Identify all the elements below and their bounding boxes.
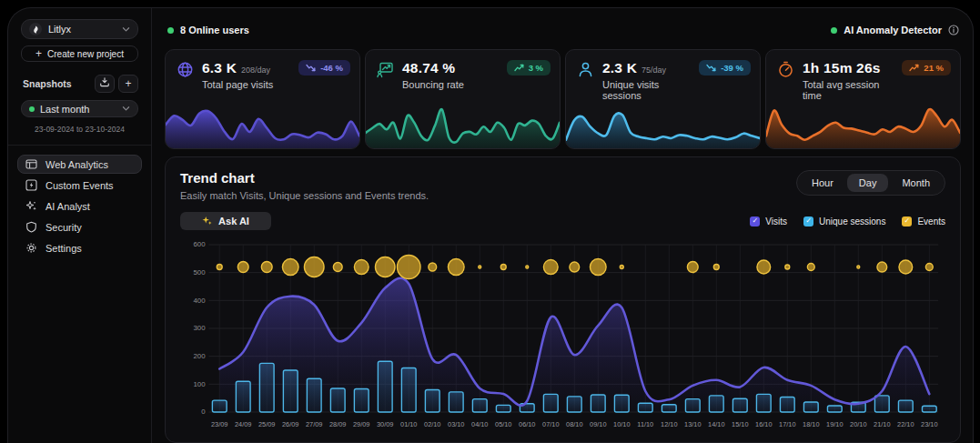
unique-sessions-bar: [212, 400, 227, 412]
stat-change-badge: -46 %: [298, 60, 350, 76]
stat-cards-row: 6.3 K208/dayTotal page visits-46 %48.74 …: [165, 49, 961, 149]
events-bubble: [713, 265, 719, 270]
app-window: Litlyx + Create new project Snapshots: [7, 7, 974, 443]
main-content: 8 Online users AI Anomaly Detector 6.3 K…: [152, 8, 973, 443]
x-axis-tick: 26/09: [282, 420, 298, 428]
sidebar-item-custom-events[interactable]: Custom Events: [17, 176, 142, 195]
unique-sessions-bar: [496, 405, 510, 412]
events-bubble: [857, 266, 860, 268]
checkbox-events[interactable]: ✓: [902, 216, 912, 227]
ai-analyst-icon: [25, 200, 37, 212]
unique-sessions-bar: [567, 397, 581, 412]
stat-sparkline: [566, 99, 760, 148]
unique-sessions-bar: [614, 395, 629, 412]
chart-legend: ✓Visits✓Unique sessions✓Events: [750, 216, 945, 227]
snapshot-selected-value: Last month: [40, 104, 116, 115]
page: Litlyx + Create new project Snapshots: [0, 0, 980, 443]
stat-sparkline: [366, 99, 560, 148]
stat-card-bouncing-rate: 48.74 %Bouncing rate3 %: [365, 49, 561, 149]
unique-sessions-bar: [732, 398, 747, 412]
legend-item-unique-sessions: ✓Unique sessions: [803, 216, 885, 227]
snapshots-label: Snapshots: [23, 78, 72, 89]
x-axis-tick: 11/10: [637, 420, 653, 428]
project-selector[interactable]: Litlyx: [21, 19, 138, 39]
checkbox-visits[interactable]: ✓: [750, 216, 760, 227]
ask-ai-button[interactable]: Ask AI: [180, 212, 271, 230]
anomaly-detector: AI Anomaly Detector: [831, 25, 959, 35]
events-bubble: [217, 265, 222, 270]
x-axis-tick: 29/09: [353, 420, 369, 428]
events-bubble: [590, 259, 606, 276]
stat-value: 48.74 %: [402, 60, 455, 76]
legend-item-events: ✓Events: [902, 216, 945, 227]
timer-icon: [777, 61, 794, 78]
create-project-label: Create new project: [47, 49, 124, 59]
tab-day[interactable]: Day: [847, 174, 889, 192]
unique-sessions-bar: [236, 381, 250, 412]
y-axis-tick: 600: [193, 240, 206, 248]
stat-card-total-page-visits: 6.3 K208/dayTotal page visits-46 %: [165, 49, 360, 149]
unique-sessions-bar: [330, 388, 345, 412]
x-axis-tick: 24/09: [235, 420, 251, 428]
info-icon[interactable]: [948, 25, 959, 35]
sidebar-item-web-analytics[interactable]: Web Analytics: [17, 155, 142, 174]
tab-hour[interactable]: Hour: [800, 174, 845, 192]
x-axis-tick: 22/10: [897, 420, 914, 428]
events-bubble: [757, 260, 771, 274]
create-project-button[interactable]: + Create new project: [21, 45, 138, 62]
sidebar-divider: [8, 145, 151, 146]
x-axis-tick: 13/10: [684, 420, 701, 428]
ask-ai-label: Ask AI: [218, 216, 249, 227]
x-axis-tick: 15/10: [732, 420, 748, 428]
snapshot-range-selector[interactable]: Last month: [21, 100, 138, 117]
stat-value: 2.3 K: [602, 60, 637, 76]
tab-month[interactable]: Month: [890, 174, 942, 192]
stat-label: Bouncing rate: [402, 79, 499, 90]
unique-sessions-bar: [472, 399, 487, 412]
events-bubble: [877, 262, 887, 272]
legend-label: Visits: [765, 216, 787, 227]
x-axis-tick: 21/10: [874, 420, 890, 428]
x-axis-tick: 12/10: [661, 420, 677, 428]
x-axis-tick: 18/10: [803, 420, 819, 428]
x-axis-tick: 06/10: [519, 420, 535, 428]
x-axis-tick: 23/09: [211, 420, 227, 428]
checkbox-unique-sessions[interactable]: ✓: [803, 216, 813, 227]
sidebar-item-security[interactable]: Security: [17, 217, 142, 237]
online-users-text: 8 Online users: [180, 25, 249, 35]
events-bubble: [282, 259, 298, 276]
export-snapshot-button[interactable]: [95, 75, 115, 93]
stat-value: 6.3 K: [202, 60, 237, 76]
x-axis-tick: 03/10: [448, 420, 464, 428]
sidebar-item-settings[interactable]: Settings: [17, 238, 142, 257]
y-axis-tick: 500: [193, 268, 206, 277]
add-snapshot-button[interactable]: +: [118, 75, 138, 93]
unique-sessions-bar: [283, 370, 298, 412]
date-range-text: 23-09-2024 to 23-10-2024: [17, 125, 142, 134]
events-bubble: [620, 266, 623, 269]
stat-rate: 208/day: [241, 65, 270, 75]
events-bubble: [543, 260, 558, 275]
unique-sessions-bar: [378, 361, 392, 412]
legend-label: Unique sessions: [819, 216, 885, 227]
trend-up-icon: [514, 64, 524, 72]
plus-icon: +: [35, 48, 42, 59]
sidebar-item-ai-analyst[interactable]: AI Analyst: [17, 196, 142, 216]
sidebar-item-label: Custom Events: [45, 180, 114, 191]
events-bubble: [397, 256, 420, 279]
trend-header: Trend chart Easily match Visits, Unique …: [180, 170, 945, 201]
online-users: 8 Online users: [167, 25, 249, 35]
sparkles-icon: [202, 216, 212, 227]
unique-sessions-bar: [685, 399, 700, 412]
events-bubble: [526, 266, 529, 268]
unique-sessions-bar: [803, 402, 818, 412]
badge-value: 21 %: [924, 63, 944, 73]
trend-chart-area: 010020030040050060023/0924/0925/0926/092…: [180, 237, 945, 439]
unique-sessions-bar: [425, 389, 439, 412]
security-icon: [25, 221, 37, 233]
unique-sessions-bar: [827, 406, 842, 412]
events-bubble: [354, 260, 369, 275]
trend-chart-canvas[interactable]: 010020030040050060023/0924/0925/0926/092…: [180, 237, 945, 439]
stat-card-total-avg-session-time: 1h 15m 26sTotal avg session time21 %: [765, 49, 961, 149]
unique-sessions-bar: [259, 363, 274, 412]
